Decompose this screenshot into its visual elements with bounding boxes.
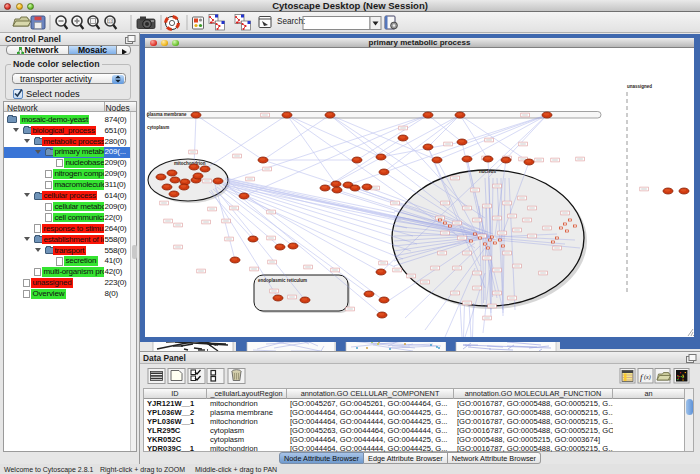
svg-text:1:1: 1:1 [108,20,113,24]
svg-text:(x): (x) [644,374,651,381]
svg-text:plasma membrane: plasma membrane [147,112,187,117]
svg-text:cytoplasm: cytoplasm [147,125,169,130]
svg-text:unassigned: unassigned [627,84,652,89]
